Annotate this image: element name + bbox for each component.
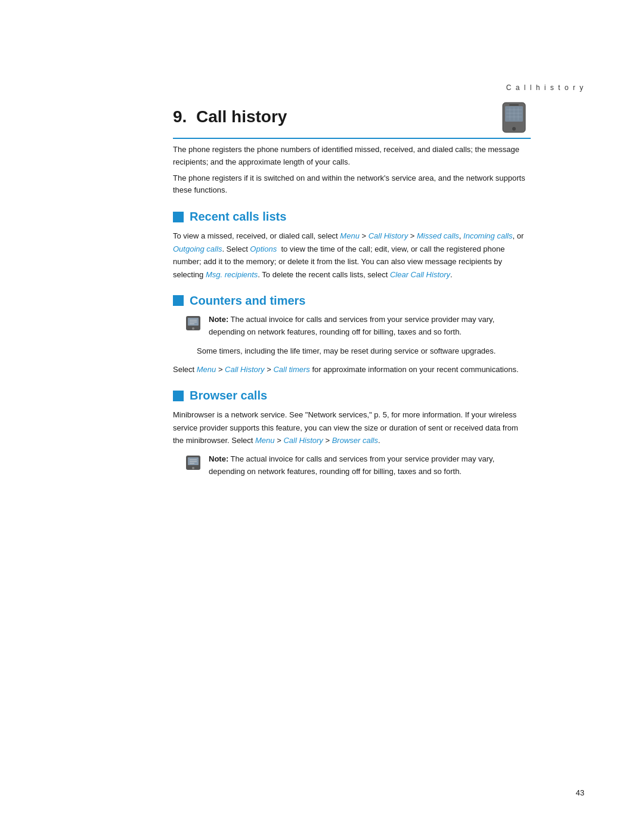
section-browser-calls-title: Browser calls — [190, 389, 267, 402]
note-label-2: Note: — [209, 454, 228, 463]
note2-text: Some timers, including the life timer, m… — [197, 345, 531, 357]
note-icon-2 — [185, 454, 202, 471]
svg-point-3 — [512, 127, 516, 131]
link-msg-recipients[interactable]: Msg. recipients — [206, 270, 258, 279]
link-menu-2[interactable]: Menu — [197, 365, 216, 374]
recent-calls-body: To view a missed, received, or dialed ca… — [173, 230, 531, 281]
section-square-icon-3 — [173, 391, 184, 401]
note-icon-1 — [185, 315, 202, 332]
note-text-1: Note: The actual invoice for calls and s… — [209, 314, 531, 339]
link-call-history-3[interactable]: Call History — [283, 436, 323, 445]
link-menu-1[interactable]: Menu — [340, 231, 360, 240]
note-text-2: Note: The actual invoice for calls and s… — [209, 453, 531, 478]
link-call-timers[interactable]: Call timers — [273, 365, 309, 374]
note-box-2: Note: The actual invoice for calls and s… — [185, 453, 531, 478]
counters-body: Select Menu > Call History > Call timers… — [173, 363, 531, 376]
svg-rect-4 — [509, 104, 519, 106]
link-call-history-1[interactable]: Call History — [369, 231, 408, 240]
link-outgoing-calls[interactable]: Outgoing calls — [173, 244, 222, 253]
link-options[interactable]: Options — [250, 244, 277, 253]
link-menu-3[interactable]: Menu — [255, 436, 275, 445]
phone-icon — [498, 101, 531, 134]
note-label-1: Note: — [209, 315, 228, 324]
section-counters-header: Counters and timers — [173, 294, 531, 308]
link-clear-call-history[interactable]: Clear Call History — [390, 270, 450, 279]
section-square-icon-2 — [173, 295, 184, 306]
section-counters-title: Counters and timers — [190, 294, 305, 308]
link-missed-calls[interactable]: Missed calls — [417, 231, 459, 240]
intro-paragraph-1: The phone registers the phone numbers of… — [173, 144, 531, 169]
chapter-title: 9. Call history — [173, 107, 287, 126]
link-browser-calls[interactable]: Browser calls — [332, 436, 378, 445]
section-recent-calls-header: Recent calls lists — [173, 210, 531, 224]
link-incoming-calls[interactable]: Incoming calls — [463, 231, 512, 240]
section-browser-calls-header: Browser calls — [173, 389, 531, 402]
svg-point-13 — [192, 327, 194, 330]
content-area: 9. Call history The phone registers the — [54, 0, 590, 543]
note-box-1: Note: The actual invoice for calls and s… — [185, 314, 531, 339]
section-square-icon — [173, 212, 184, 222]
link-call-history-2[interactable]: Call History — [225, 365, 264, 374]
page-number: 43 — [576, 788, 584, 797]
browser-calls-body: Minibrowser is a network service. See "N… — [173, 408, 531, 447]
page-container: C a l l h i s t o r y 9. Call history — [0, 0, 644, 833]
intro-paragraph-2: The phone registers if it is switched on… — [173, 172, 531, 197]
chapter-header: 9. Call history — [173, 107, 531, 139]
svg-point-19 — [192, 467, 194, 469]
section-recent-calls-title: Recent calls lists — [190, 210, 286, 224]
